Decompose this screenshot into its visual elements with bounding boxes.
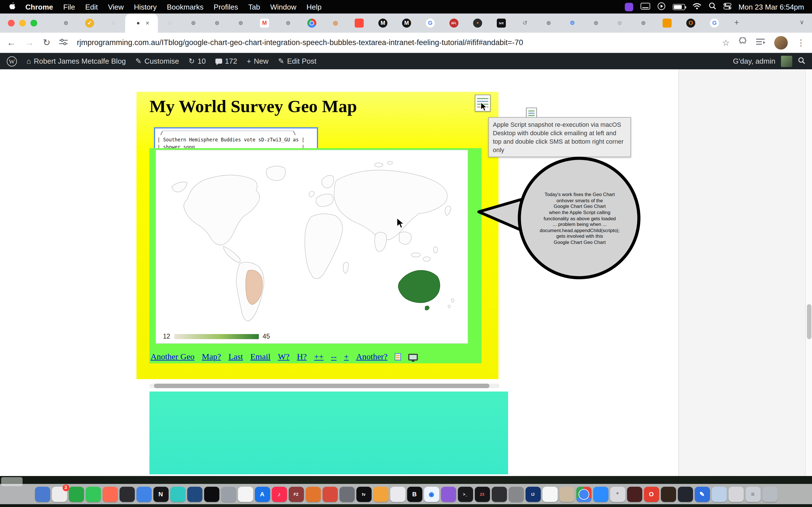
- region-europe[interactable]: [316, 194, 334, 207]
- dock-icon-utilities[interactable]: [339, 487, 354, 502]
- computer-icon[interactable]: [409, 353, 418, 360]
- menu-bar-clock[interactable]: Mon 23 Mar 6:54pm: [739, 3, 804, 11]
- tab-gmail[interactable]: M: [253, 13, 276, 33]
- dock-icon-safari[interactable]: ◉: [424, 487, 439, 502]
- link-another-geo[interactable]: Another Geo: [151, 352, 195, 362]
- vertical-scrollbar-thumb[interactable]: [807, 304, 811, 339]
- dock-icon-files[interactable]: ≡: [745, 487, 760, 502]
- wp-customise-button[interactable]: ✎ Customise: [135, 57, 179, 65]
- dock-icon-app-blue-2[interactable]: [136, 487, 151, 502]
- bookmark-star-icon[interactable]: ☆: [722, 38, 730, 48]
- tab-target[interactable]: ◎: [324, 13, 347, 33]
- menu-view[interactable]: View: [108, 3, 124, 11]
- back-button[interactable]: ←: [7, 38, 16, 48]
- menu-tab[interactable]: Tab: [248, 3, 260, 11]
- speech-textarea[interactable]: [154, 127, 318, 151]
- vertical-scrollbar[interactable]: [805, 69, 812, 476]
- menu-window[interactable]: Window: [270, 3, 297, 11]
- dock-icon-pen-tool[interactable]: ✎: [695, 487, 710, 502]
- tab-opera[interactable]: O: [679, 13, 703, 33]
- tab-history[interactable]: ↺: [513, 13, 537, 33]
- dock-icon-intellij[interactable]: IJ: [525, 487, 541, 502]
- world-map[interactable]: [156, 151, 469, 328]
- tab-loading[interactable]: ◌: [158, 13, 182, 33]
- region-scandinavia[interactable]: [322, 175, 334, 188]
- wp-admin-avatar[interactable]: [781, 55, 792, 67]
- dock-icon-app-store[interactable]: A: [255, 487, 270, 502]
- link-w[interactable]: W?: [278, 352, 290, 362]
- dock-icon-app-navy[interactable]: [187, 487, 202, 502]
- dock-icon-settings[interactable]: *: [610, 487, 625, 502]
- tab-medium[interactable]: M: [371, 13, 395, 33]
- region-madagascar[interactable]: [343, 262, 349, 274]
- dock-icon-app-gray[interactable]: [508, 487, 523, 502]
- dock-icon-app-red[interactable]: [102, 487, 117, 502]
- dock-icon-notes[interactable]: [542, 487, 557, 502]
- region-uk[interactable]: [309, 191, 315, 197]
- tab-crosshair[interactable]: ⊕: [182, 13, 205, 33]
- dock-icon-messages[interactable]: [86, 487, 101, 502]
- region-southeast-asia[interactable]: [399, 232, 411, 244]
- wp-updates-button[interactable]: ↻ 10: [189, 57, 206, 65]
- region-alaska[interactable]: [172, 182, 187, 192]
- region-japan[interactable]: [445, 206, 451, 216]
- tab-orange-app[interactable]: [655, 13, 679, 33]
- tab-crosshair[interactable]: ⊕: [631, 13, 655, 33]
- dock-icon-zoom[interactable]: [593, 487, 608, 502]
- menu-history[interactable]: History: [134, 3, 157, 11]
- tab-brit[interactable]: brit: [490, 13, 513, 33]
- dock-icon-app-blue[interactable]: [35, 487, 50, 502]
- dock-icon-app-black[interactable]: [204, 487, 219, 502]
- tab-crosshair[interactable]: ⊕: [584, 13, 608, 33]
- site-settings-icon[interactable]: [59, 38, 68, 48]
- wp-edit-post-button[interactable]: ✎ Edit Post: [278, 57, 316, 65]
- menu-edit[interactable]: Edit: [85, 3, 98, 11]
- region-tasmania[interactable]: [425, 306, 429, 310]
- tab-google[interactable]: G: [703, 13, 726, 33]
- dock-icon-app-amber[interactable]: [373, 487, 388, 502]
- apple-menu-icon[interactable]: [8, 2, 15, 12]
- tab-crosshair[interactable]: ⊕: [54, 13, 78, 33]
- dock-icon-apple-tv[interactable]: tv: [356, 487, 371, 502]
- dock-icon-app-tan[interactable]: [559, 487, 574, 502]
- dock-icon-notion[interactable]: N: [153, 487, 168, 502]
- list-icon[interactable]: [395, 353, 401, 360]
- region-india[interactable]: [375, 232, 387, 251]
- forward-button[interactable]: →: [25, 38, 34, 48]
- tab-medium[interactable]: M: [395, 13, 418, 33]
- wp-site-menu[interactable]: ⌂ Robert James Metcalfe Blog: [27, 57, 126, 65]
- tab-crosshair[interactable]: ⊕: [205, 13, 229, 33]
- link-another[interactable]: Another?: [356, 352, 388, 362]
- browser-menu-kebab-icon[interactable]: ⋮: [797, 38, 805, 48]
- dock-icon-terminal[interactable]: >_: [458, 487, 473, 502]
- tab-close-button[interactable]: ×: [146, 19, 149, 27]
- tab-search-chevron-icon[interactable]: ∨: [800, 18, 804, 26]
- tab-crosshair[interactable]: ⊕: [608, 13, 631, 33]
- region-africa[interactable]: [305, 214, 343, 279]
- tab-afl[interactable]: AFL: [442, 13, 466, 33]
- tab-check[interactable]: ✓: [78, 13, 101, 33]
- tab-orange-dot[interactable]: •: [466, 13, 490, 33]
- region-indonesia[interactable]: [411, 253, 420, 257]
- dock-icon-calendar[interactable]: 23: [474, 487, 490, 502]
- spotlight-search-icon[interactable]: [709, 2, 716, 11]
- region-arctic-island[interactable]: [388, 161, 393, 165]
- tab-crosshair[interactable]: ⊕: [229, 13, 253, 33]
- wp-greeting[interactable]: G'day, admin: [733, 57, 775, 65]
- link-email[interactable]: Email: [250, 352, 271, 362]
- active-tab-current[interactable]: ●×: [125, 13, 158, 33]
- link-h[interactable]: H?: [297, 352, 307, 362]
- horizontal-scrollbar-thumb[interactable]: [154, 384, 490, 388]
- dock-icon-mail[interactable]: 3: [52, 487, 67, 502]
- dock-icon-bear[interactable]: B: [407, 487, 422, 502]
- dock-icon-app-purple[interactable]: [441, 487, 456, 502]
- dock-icon-app-stripes[interactable]: [728, 487, 744, 502]
- media-queue-icon[interactable]: [756, 38, 765, 48]
- dock-icon-app-green[interactable]: [68, 487, 84, 502]
- dock-icon-app-red-2[interactable]: [322, 487, 338, 502]
- dock-icon-terminal-2[interactable]: [492, 487, 507, 502]
- tab-crosshair[interactable]: ⊕: [537, 13, 560, 33]
- link-last[interactable]: Last: [229, 352, 243, 362]
- menu-file[interactable]: File: [63, 3, 75, 11]
- dock-icon-app-ink[interactable]: [677, 487, 693, 502]
